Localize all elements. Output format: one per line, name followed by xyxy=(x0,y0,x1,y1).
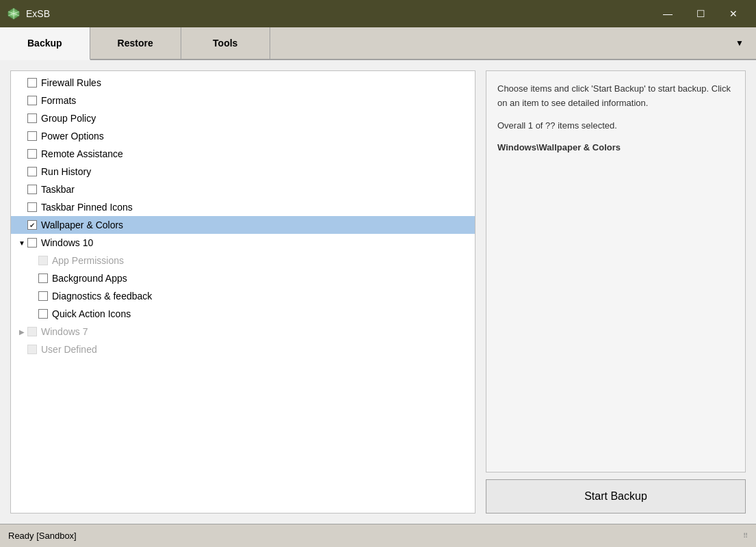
tab-overflow-button[interactable]: ▼ xyxy=(723,27,756,59)
resize-icon: ⠿ xyxy=(743,532,748,539)
right-panel: Choose items and click 'Start Backup' to… xyxy=(486,70,746,513)
instruction-text: Choose items and click 'Start Backup' to… xyxy=(497,83,731,108)
tree-item-group-policy[interactable]: ▶ Group Policy xyxy=(11,109,475,127)
checkbox-diagnostics[interactable] xyxy=(38,291,48,301)
label-firewall-rules: Firewall Rules xyxy=(41,77,469,88)
tree-item-user-defined: ▶ User Defined xyxy=(11,341,475,358)
tree-item-diagnostics[interactable]: ▶ Diagnostics & feedback xyxy=(11,287,475,305)
label-wallpaper: Wallpaper & Colors xyxy=(41,219,469,230)
label-background-apps: Background Apps xyxy=(52,273,469,284)
label-formats: Formats xyxy=(41,95,469,106)
window-controls: — ☐ ✕ xyxy=(652,3,749,24)
maximize-button[interactable]: ☐ xyxy=(685,3,716,24)
label-taskbar-pinned: Taskbar Pinned Icons xyxy=(41,202,469,213)
label-taskbar: Taskbar xyxy=(41,184,469,195)
checkbox-formats[interactable] xyxy=(27,96,37,105)
checkbox-windows10[interactable] xyxy=(27,238,37,248)
app-title: ExSB xyxy=(26,8,50,19)
app-icon xyxy=(7,7,21,21)
tree-item-firewall-rules[interactable]: ▶ Firewall Rules xyxy=(11,74,475,92)
tab-backup[interactable]: Backup xyxy=(0,27,90,60)
checkbox-user-defined xyxy=(27,345,37,354)
count-info: Overall 1 of ?? items selected. xyxy=(497,119,734,133)
tree-item-formats[interactable]: ▶ Formats xyxy=(11,92,475,109)
tree-item-run-history[interactable]: ▶ Run History xyxy=(11,163,475,181)
status-text: Ready [Sandbox] xyxy=(8,531,77,541)
checkbox-quick-action[interactable] xyxy=(38,309,48,319)
main-content: ▶ Firewall Rules ▶ Formats ▶ Group Polic… xyxy=(0,60,756,524)
checkbox-firewall-rules[interactable] xyxy=(27,78,37,88)
label-group-policy: Group Policy xyxy=(41,113,469,124)
label-user-defined: User Defined xyxy=(41,344,469,355)
tree-panel: ▶ Firewall Rules ▶ Formats ▶ Group Polic… xyxy=(10,70,475,513)
start-backup-button[interactable]: Start Backup xyxy=(486,479,746,513)
selected-item-label: Windows\Wallpaper & Colors xyxy=(497,141,734,155)
tree-item-power-options[interactable]: ▶ Power Options xyxy=(11,127,475,145)
count-label: Overall 1 of ?? items selected. xyxy=(497,120,617,131)
checkbox-wallpaper[interactable]: ✔ xyxy=(27,220,37,230)
title-bar: ExSB — ☐ ✕ xyxy=(0,0,756,27)
tree-item-windows10[interactable]: ▼ Windows 10 xyxy=(11,234,475,252)
tree-item-wallpaper[interactable]: ▶ ✔ Wallpaper & Colors xyxy=(11,216,475,234)
label-run-history: Run History xyxy=(41,166,469,177)
label-windows10: Windows 10 xyxy=(41,237,469,248)
tree-item-app-permissions: ▶ App Permissions xyxy=(11,252,475,269)
checkbox-background-apps[interactable] xyxy=(38,274,48,283)
tree-item-taskbar[interactable]: ▶ Taskbar xyxy=(11,181,475,198)
tab-tools[interactable]: Tools xyxy=(181,27,270,59)
label-quick-action: Quick Action Icons xyxy=(52,308,469,319)
tab-restore[interactable]: Restore xyxy=(90,27,181,59)
checkbox-taskbar-pinned[interactable] xyxy=(27,202,37,212)
checkbox-power-options[interactable] xyxy=(27,131,37,141)
label-windows7: Windows 7 xyxy=(41,326,469,337)
tree-item-windows7[interactable]: ▶ Windows 7 xyxy=(11,323,475,341)
checkbox-run-history[interactable] xyxy=(27,167,37,176)
checkbox-remote-assistance[interactable] xyxy=(27,149,37,159)
label-remote-assistance: Remote Assistance xyxy=(41,148,469,159)
tree-item-taskbar-pinned[interactable]: ▶ Taskbar Pinned Icons xyxy=(11,198,475,216)
expander-windows10[interactable]: ▼ xyxy=(16,237,27,248)
label-app-permissions: App Permissions xyxy=(52,255,469,266)
minimize-button[interactable]: — xyxy=(652,3,683,24)
title-bar-left: ExSB xyxy=(7,7,50,21)
info-panel: Choose items and click 'Start Backup' to… xyxy=(486,70,746,472)
tree-item-remote-assistance[interactable]: ▶ Remote Assistance xyxy=(11,145,475,163)
checkbox-app-permissions xyxy=(38,256,48,265)
expander-windows7[interactable]: ▶ xyxy=(16,326,27,337)
close-button[interactable]: ✕ xyxy=(718,3,749,24)
checkbox-group-policy[interactable] xyxy=(27,114,37,123)
label-power-options: Power Options xyxy=(41,131,469,142)
tree-scroll[interactable]: ▶ Firewall Rules ▶ Formats ▶ Group Polic… xyxy=(11,71,475,513)
tree-item-quick-action[interactable]: ▶ Quick Action Icons xyxy=(11,305,475,323)
label-diagnostics: Diagnostics & feedback xyxy=(52,291,469,302)
tree-item-background-apps[interactable]: ▶ Background Apps xyxy=(11,269,475,287)
checkbox-taskbar[interactable] xyxy=(27,185,37,194)
tab-bar: Backup Restore Tools ▼ xyxy=(0,27,756,60)
status-bar: Ready [Sandbox] ⠿ xyxy=(0,524,756,547)
checkbox-windows7 xyxy=(27,327,37,336)
